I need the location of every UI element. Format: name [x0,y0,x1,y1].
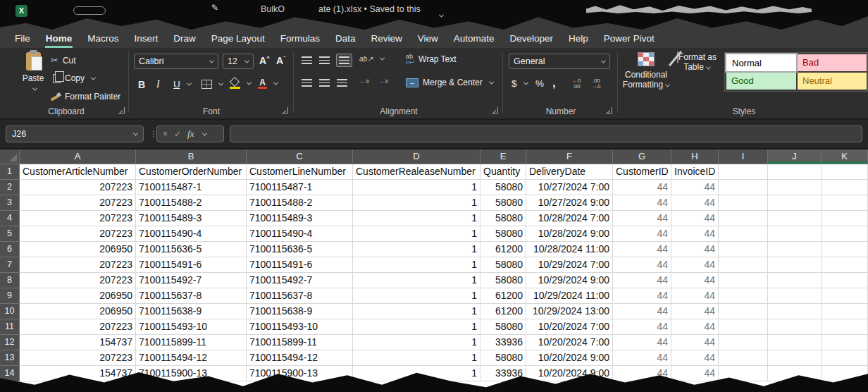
cell-G4[interactable]: 44 [613,211,671,226]
cell-A2[interactable]: 207223 [20,180,136,195]
cell-E7[interactable]: 58080 [480,257,526,273]
align-right-button[interactable] [337,79,347,87]
cell-J1[interactable] [768,164,822,180]
column-header-H[interactable]: H [671,149,719,164]
increase-indent-button[interactable]: →≡ [378,78,388,84]
cell-K1[interactable] [822,164,868,180]
cell-H6[interactable]: 44 [671,242,719,257]
number-dialog-launcher-icon[interactable] [606,107,612,114]
column-header-C[interactable]: C [247,149,353,164]
copy-button[interactable]: Copy [51,73,95,83]
tab-page-layout[interactable]: Page Layout [204,30,273,47]
cell-A13[interactable]: 207223 [20,350,136,366]
cell-B5[interactable]: 7100115490-4 [136,226,247,242]
merge-center-chevron-icon[interactable] [489,79,494,84]
cell-B3[interactable]: 7100115488-2 [136,195,247,211]
cell-D1[interactable]: CustomerRealeaseNumber [353,164,480,180]
cell-I2[interactable] [719,180,768,195]
cell-J11[interactable] [768,319,822,335]
cell-style-bad[interactable]: Bad [798,54,867,71]
paste-chevron-icon[interactable] [32,86,37,91]
cell-I11[interactable] [719,319,768,335]
row-header-12[interactable]: 12 [0,335,20,350]
row-header-8[interactable]: 8 [0,273,20,288]
row-header-6[interactable]: 6 [0,242,20,257]
cell-K3[interactable] [822,195,868,211]
cell-K11[interactable] [822,319,868,335]
cell-E12[interactable]: 33936 [480,335,526,350]
borders-button[interactable] [202,80,223,89]
cut-button[interactable]: ✂Cut [51,55,76,66]
cell-I12[interactable] [719,335,768,350]
row-header-5[interactable]: 5 [0,226,20,242]
select-all-corner[interactable] [0,149,20,164]
cell-J6[interactable] [768,242,822,257]
cell-J8[interactable] [768,273,822,288]
cell-C12[interactable]: 7100115899-11 [247,335,353,350]
cell-G9[interactable]: 44 [613,288,671,304]
cell-C5[interactable]: 7100115490-4 [247,226,353,242]
format-as-table-button[interactable]: Format asTable [674,52,720,72]
bold-button[interactable]: B [138,79,145,90]
cell-C7[interactable]: 7100115491-6 [247,257,353,273]
cell-B1[interactable]: CustomerOrderNumber [136,164,247,180]
cell-H10[interactable]: 44 [671,304,719,319]
cell-J2[interactable] [768,180,822,195]
cell-F11[interactable]: 10/20/2024 7:00 [526,319,613,335]
cell-D12[interactable]: 1 [353,335,480,350]
align-center-button[interactable] [319,79,330,87]
top-align-button[interactable] [302,56,312,64]
cell-D3[interactable]: 1 [353,195,480,211]
column-header-J[interactable]: J [768,149,822,164]
wrap-text-button[interactable]: abc↩Wrap Text [406,54,457,65]
cell-K10[interactable] [822,304,868,319]
cell-I8[interactable] [719,273,768,288]
cell-B4[interactable]: 7100115489-3 [136,211,247,226]
fill-color-button[interactable] [230,78,251,89]
tab-data[interactable]: Data [328,30,364,47]
row-header-10[interactable]: 10 [0,304,20,319]
alignment-dialog-launcher-icon[interactable] [492,107,498,114]
cell-I4[interactable] [719,211,768,226]
insert-function-icon[interactable]: fx [187,128,194,140]
format-painter-button[interactable]: Format Painter [51,92,120,102]
cell-C13[interactable]: 7100115494-12 [247,350,353,366]
row-header-11[interactable]: 11 [0,319,20,335]
cell-A12[interactable]: 154737 [20,335,136,350]
cell-B10[interactable]: 7100115638-9 [136,304,247,319]
cell-E3[interactable]: 58080 [480,195,526,211]
cell-J5[interactable] [768,226,822,242]
title-dropdown-chevron-icon[interactable] [437,8,443,20]
cell-D5[interactable]: 1 [353,226,480,242]
cell-K5[interactable] [822,226,868,242]
tab-macros[interactable]: Macros [80,30,126,47]
cell-G7[interactable]: 44 [613,257,671,273]
cell-H2[interactable]: 44 [671,180,719,195]
cell-H9[interactable]: 44 [671,288,719,304]
cell-K9[interactable] [822,288,868,304]
font-dialog-launcher-icon[interactable] [282,107,288,114]
cell-A3[interactable]: 207223 [20,195,136,211]
cell-I5[interactable] [719,226,768,242]
tab-file[interactable]: File [7,30,38,47]
cell-G5[interactable]: 44 [613,226,671,242]
cell-H8[interactable]: 44 [671,273,719,288]
cell-J13[interactable] [768,350,822,366]
increase-decimal-button[interactable]: ←0.00 [572,78,581,89]
cell-F7[interactable]: 10/29/2024 7:00 [526,257,613,273]
tab-developer[interactable]: Developer [502,30,562,47]
cell-H5[interactable]: 44 [671,226,719,242]
cell-G12[interactable]: 44 [613,335,671,350]
cell-D2[interactable]: 1 [353,180,480,195]
enter-icon[interactable]: ✓ [174,129,181,139]
cell-F1[interactable]: DeliveryDate [526,164,613,180]
cell-G13[interactable]: 44 [613,350,671,366]
cell-E11[interactable]: 58080 [480,319,526,335]
cell-I6[interactable] [719,242,768,257]
cell-C10[interactable]: 7100115638-9 [247,304,353,319]
font-size-combo[interactable]: 12 [223,54,254,69]
row-header-3[interactable]: 3 [0,195,20,211]
cell-F5[interactable]: 10/28/2024 9:00 [526,226,613,242]
paste-button[interactable]: Paste [17,52,49,93]
copy-chevron-icon[interactable] [91,75,96,80]
